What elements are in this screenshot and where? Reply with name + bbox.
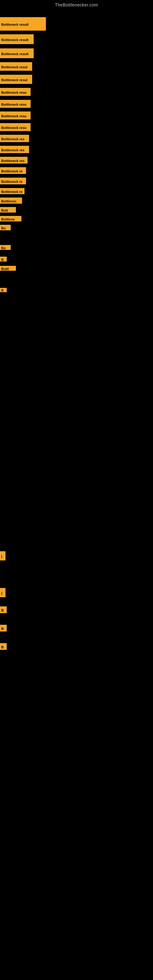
bottleneck-result-item: Bottleneck res [0,135,29,142]
bottleneck-result-item: Bottleneck resu [0,123,30,131]
site-title: TheBottlenecker.com [0,0,153,9]
bottleneck-result-item: Bottl [0,266,16,271]
bottleneck-result-item: B [0,643,7,650]
bottleneck-result-item: Bottleneck res [0,157,27,164]
bottleneck-result-item: Bottleneck re [0,188,24,194]
bottleneck-result-item: Bo [0,225,11,230]
bottleneck-result-item: Bottleneck re [0,167,26,174]
bottleneck-result-item: B [0,606,7,613]
bottleneck-result-item: Bottlene [0,216,21,221]
bottleneck-result-item: | [0,551,5,560]
bottleneck-result-item: Bottleneck resul [0,75,32,84]
bottleneck-result-item: Bottleneck result [0,34,33,44]
bottleneck-result-item: | [0,588,5,597]
bottleneck-result-item: Bottleneck resu [0,111,30,119]
bottleneck-result-item: Bo [0,245,11,250]
bottleneck-result-item: B [0,257,7,261]
bottleneck-result-item: Bottleneck result [0,48,33,58]
bottleneck-result-item: Bottleneck resul [0,62,32,71]
bottleneck-result-item: Bottlenec [0,197,22,204]
bottleneck-result-item: B [0,625,7,632]
bottleneck-result-item: Bottleneck resu [0,88,30,96]
bottleneck-result-item: B [0,288,7,292]
bottleneck-result-item: Bottleneck result [0,17,46,30]
bottleneck-result-item: Bottleneck re [0,178,26,185]
bottleneck-result-item: Bottleneck resu [0,100,30,108]
bottleneck-result-item: Bott [0,207,16,213]
bottleneck-result-item: Bottleneck res [0,146,29,153]
